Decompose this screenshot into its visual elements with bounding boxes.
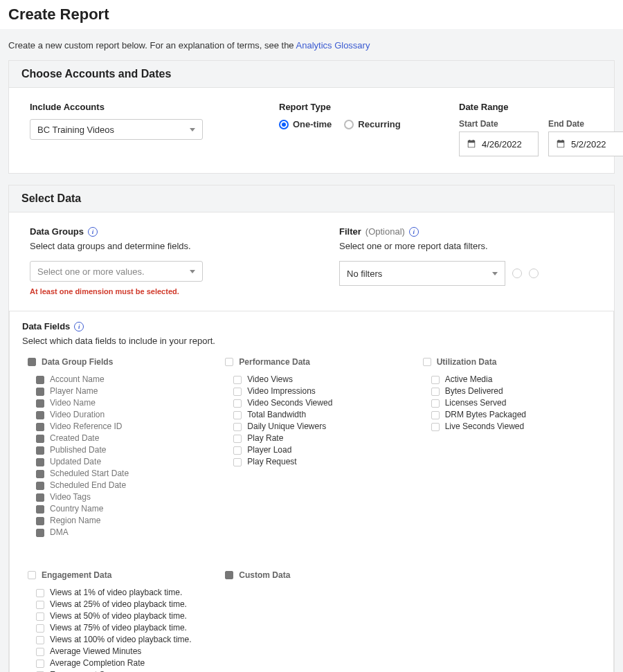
field-item[interactable]: Video Name xyxy=(36,397,206,409)
calendar-icon xyxy=(467,139,476,149)
checkbox-disabled-icon[interactable] xyxy=(36,388,44,396)
radio-one-time[interactable]: One-time xyxy=(279,119,332,129)
field-item[interactable]: Updated Date xyxy=(36,456,206,468)
radio-recurring[interactable]: Recurring xyxy=(344,119,400,129)
checkbox-icon[interactable] xyxy=(36,601,44,609)
checkbox-icon[interactable] xyxy=(431,411,440,419)
checkbox-disabled-icon[interactable] xyxy=(36,493,44,502)
checkbox-disabled-icon[interactable] xyxy=(36,411,44,419)
checkbox-icon[interactable] xyxy=(233,388,242,396)
field-item[interactable]: Daily Unique Viewers xyxy=(233,421,403,433)
field-item[interactable]: Views at 1% of video playback time. xyxy=(36,587,206,599)
checkbox-icon[interactable] xyxy=(225,358,233,366)
field-item[interactable]: Views at 75% of video playback time. xyxy=(36,622,206,634)
checkbox-icon[interactable] xyxy=(36,636,44,644)
field-item-label: Scheduled End Date xyxy=(50,480,126,491)
field-item[interactable]: Video Tags xyxy=(36,491,206,503)
checkbox-icon[interactable] xyxy=(233,458,242,466)
data-groups-dropdown[interactable]: Select one or more values. xyxy=(30,261,203,282)
group-custom-data: Custom Data xyxy=(219,570,403,672)
end-date-input[interactable]: 5/2/2022 xyxy=(548,131,623,156)
glossary-link[interactable]: Analytics Glossary xyxy=(296,40,370,51)
field-item[interactable]: Average Completion Rate xyxy=(36,657,206,669)
field-item[interactable]: Views at 100% of video playback time. xyxy=(36,634,206,646)
checkbox-icon[interactable] xyxy=(423,358,431,366)
checkbox-icon[interactable] xyxy=(36,624,44,633)
field-item[interactable]: Video Reference ID xyxy=(36,421,206,433)
field-item[interactable]: Video Views xyxy=(233,374,403,385)
checkbox-icon[interactable] xyxy=(233,399,242,408)
field-item[interactable]: Views at 25% of video playback time. xyxy=(36,599,206,610)
checkbox-icon[interactable] xyxy=(233,435,242,443)
field-item[interactable]: Player Name xyxy=(36,385,206,397)
field-item[interactable]: Country Name xyxy=(36,503,206,515)
checkbox-disabled-icon[interactable] xyxy=(36,482,44,490)
checkbox-disabled-icon[interactable] xyxy=(36,458,44,466)
field-item[interactable]: DRM Bytes Packaged xyxy=(431,409,601,421)
field-item-label: Average Viewed Minutes xyxy=(50,646,141,657)
checkbox-disabled-icon[interactable] xyxy=(36,505,44,514)
field-item[interactable]: Video Seconds Viewed xyxy=(233,397,403,409)
group-title-data-group-fields: Data Group Fields xyxy=(42,357,113,367)
info-icon[interactable]: i xyxy=(74,322,84,332)
filter-dropdown[interactable]: No filters xyxy=(339,261,505,286)
page-title: Create Report xyxy=(0,0,623,29)
checkbox-disabled-icon[interactable] xyxy=(36,376,44,384)
checkbox-indeterminate-icon[interactable] xyxy=(225,571,233,579)
checkbox-disabled-icon[interactable] xyxy=(36,529,44,537)
filter-label: Filter xyxy=(339,226,361,237)
field-item[interactable]: Player Load xyxy=(233,444,403,456)
filter-desc: Select one or more report data filters. xyxy=(339,241,593,251)
checkbox-icon[interactable] xyxy=(431,388,440,396)
panel-select-data: Select Data Data Groups i Select data gr… xyxy=(8,185,615,672)
checkbox-icon[interactable] xyxy=(28,571,36,579)
field-item[interactable]: Video Duration xyxy=(36,409,206,421)
field-item[interactable]: Created Date xyxy=(36,433,206,444)
field-item-label: Views at 50% of video playback time. xyxy=(50,610,187,622)
checkbox-disabled-icon[interactable] xyxy=(36,435,44,443)
checkbox-icon[interactable] xyxy=(36,612,44,621)
field-item[interactable]: Active Media xyxy=(431,374,601,385)
checkbox-icon[interactable] xyxy=(36,589,44,597)
checkbox-disabled-icon[interactable] xyxy=(36,423,44,431)
field-item[interactable]: Licenses Served xyxy=(431,397,601,409)
field-item[interactable]: Views at 50% of video playback time. xyxy=(36,610,206,622)
checkbox-icon[interactable] xyxy=(36,648,44,656)
info-icon[interactable]: i xyxy=(88,227,98,237)
start-date-input[interactable]: 4/26/2022 xyxy=(459,131,539,156)
field-item[interactable]: Scheduled End Date xyxy=(36,480,206,491)
checkbox-indeterminate-icon[interactable] xyxy=(28,358,36,366)
group-data-group-fields: Data Group Fields Account NamePlayer Nam… xyxy=(22,357,206,538)
field-item[interactable]: Video Impressions xyxy=(233,385,403,397)
field-item[interactable]: Scheduled Start Date xyxy=(36,468,206,480)
checkbox-disabled-icon[interactable] xyxy=(36,446,44,455)
checkbox-icon[interactable] xyxy=(233,376,242,384)
checkbox-disabled-icon[interactable] xyxy=(36,470,44,478)
field-item[interactable]: Average Viewed Minutes xyxy=(36,646,206,657)
field-item[interactable]: Bytes Delivered xyxy=(431,385,601,397)
checkbox-icon[interactable] xyxy=(431,399,440,408)
checkbox-icon[interactable] xyxy=(233,411,242,419)
field-item[interactable]: Total Bandwidth xyxy=(233,409,403,421)
field-item[interactable]: Play Request xyxy=(233,456,403,468)
field-item[interactable]: Account Name xyxy=(36,374,206,385)
field-item-label: Player Name xyxy=(50,385,98,397)
group-title-engagement: Engagement Data xyxy=(42,570,111,580)
field-item[interactable]: Live Seconds Viewed xyxy=(431,421,601,433)
checkbox-icon[interactable] xyxy=(431,376,440,384)
include-accounts-dropdown[interactable]: BC Training Videos xyxy=(30,119,203,140)
checkbox-icon[interactable] xyxy=(36,660,44,668)
field-item[interactable]: Published Date xyxy=(36,444,206,456)
checkbox-disabled-icon[interactable] xyxy=(36,399,44,408)
field-item[interactable]: Region Name xyxy=(36,515,206,527)
info-icon[interactable]: i xyxy=(409,227,419,237)
field-item[interactable]: Play Rate xyxy=(233,433,403,444)
field-item[interactable]: DMA xyxy=(36,527,206,538)
checkbox-icon[interactable] xyxy=(233,446,242,455)
checkbox-disabled-icon[interactable] xyxy=(36,517,44,525)
checkbox-icon[interactable] xyxy=(233,423,242,431)
field-item-label: Engagement Score xyxy=(50,669,121,672)
field-item-label: Account Name xyxy=(50,374,105,385)
checkbox-icon[interactable] xyxy=(431,423,440,431)
field-item[interactable]: Engagement Score xyxy=(36,669,206,672)
